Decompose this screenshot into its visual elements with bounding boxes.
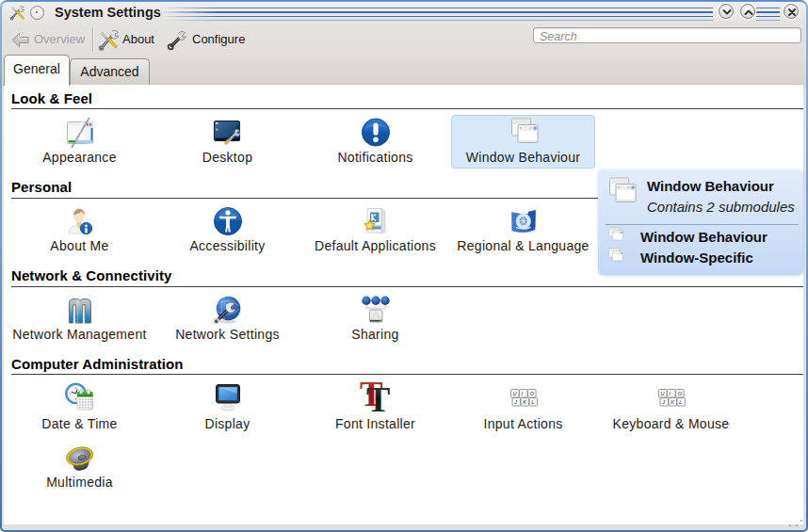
svg-text:K: K xyxy=(523,399,526,405)
svg-text:O: O xyxy=(677,391,682,396)
svg-text:U: U xyxy=(512,391,516,396)
svg-text:K: K xyxy=(671,399,674,405)
svg-text:O: O xyxy=(529,391,534,396)
svg-text:J: J xyxy=(661,399,665,405)
svg-text:L: L xyxy=(679,399,682,405)
svg-text:J: J xyxy=(513,399,517,405)
svg-text:U: U xyxy=(660,391,664,396)
svg-text:L: L xyxy=(531,399,534,405)
svg-text:T: T xyxy=(366,379,390,419)
